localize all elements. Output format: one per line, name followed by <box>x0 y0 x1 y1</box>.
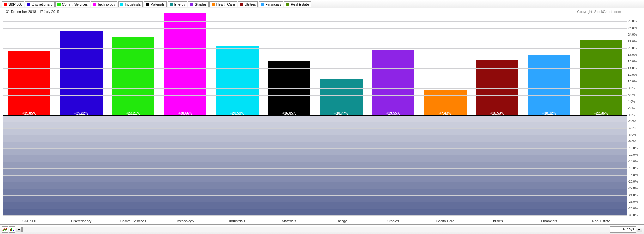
legend-item[interactable]: Comm. Services <box>55 1 90 7</box>
negative-band <box>3 195 627 202</box>
chart-type-line-icon[interactable] <box>2 226 8 233</box>
legend-item[interactable]: Real Estate <box>284 1 311 7</box>
bar[interactable] <box>216 46 259 115</box>
legend-item[interactable]: Health Care <box>209 1 237 7</box>
y-tick-label: -26.0% <box>628 200 642 203</box>
gridline <box>3 35 627 35</box>
chart-type-bar-icon[interactable] <box>9 226 15 233</box>
legend-item[interactable]: Technology <box>91 1 117 7</box>
legend-label: Materials <box>150 2 165 6</box>
svg-rect-0 <box>10 229 11 231</box>
legend-item[interactable]: Staples <box>188 1 208 7</box>
bar-value-label: +18.12% <box>523 111 575 115</box>
scroll-left-button[interactable]: ◄ <box>16 227 22 232</box>
y-tick-label: -8.0% <box>628 140 642 143</box>
gridline <box>3 215 627 216</box>
y-tick-label: -12.0% <box>628 153 642 156</box>
legend-label: Health Care <box>216 2 235 6</box>
y-tick-label: 22.0% <box>628 39 642 43</box>
negative-band <box>3 148 627 155</box>
category-axis: S&P 500DiscretionaryComm. ServicesTechno… <box>3 219 627 223</box>
gridline <box>3 82 627 82</box>
legend-item[interactable]: Utilities <box>238 1 258 7</box>
svg-rect-2 <box>13 230 14 231</box>
legend-item[interactable]: Financials <box>259 1 283 7</box>
legend-label: S&P 500 <box>8 2 22 6</box>
bar[interactable] <box>372 50 414 115</box>
legend-swatch-icon <box>146 3 149 6</box>
gridline <box>3 155 627 155</box>
gridline <box>3 202 627 202</box>
legend-swatch-icon <box>240 3 243 6</box>
gridline <box>3 28 627 29</box>
bar-value-label: +22.36% <box>575 111 627 115</box>
y-tick-label: 6.0% <box>628 93 642 97</box>
gridline <box>3 142 627 142</box>
bar-value-label: +19.05% <box>3 111 55 115</box>
gridline <box>3 122 627 122</box>
scroll-track[interactable] <box>22 227 609 232</box>
y-tick-label: -4.0% <box>628 126 642 130</box>
bar[interactable] <box>528 55 570 115</box>
legend-item[interactable]: Discretionary <box>25 1 54 7</box>
legend-swatch-icon <box>120 3 123 6</box>
y-tick-label: -14.0% <box>628 160 642 163</box>
gridline <box>3 189 627 189</box>
legend-swatch-icon <box>4 3 7 6</box>
y-tick-label: 24.0% <box>628 33 642 36</box>
plot: +19.05%+25.22%+23.21%+30.66%+20.59%+16.0… <box>3 10 643 224</box>
gridline <box>3 195 627 196</box>
y-tick-label: -28.0% <box>628 207 642 210</box>
legend-label: Discretionary <box>32 2 52 6</box>
bar[interactable] <box>320 79 363 115</box>
bar-value-label: +19.55% <box>367 111 419 115</box>
y-tick-label: 10.0% <box>628 80 642 83</box>
legend-swatch-icon <box>286 3 289 6</box>
bar-value-label: +16.53% <box>471 111 523 115</box>
legend-item[interactable]: S&P 500 <box>2 1 24 7</box>
bar[interactable] <box>8 51 50 115</box>
legend-item[interactable]: Materials <box>144 1 167 7</box>
bar[interactable] <box>60 31 103 115</box>
negative-band <box>3 135 627 142</box>
negative-band <box>3 128 627 135</box>
legend-swatch-icon <box>212 3 215 6</box>
negative-band <box>3 115 627 122</box>
y-tick-label: -30.0% <box>628 213 642 217</box>
category-label: S&P 500 <box>3 219 55 223</box>
y-tick-label: -10.0% <box>628 146 642 150</box>
y-axis-line <box>627 15 627 215</box>
legend-bar: S&P 500DiscretionaryComm. ServicesTechno… <box>0 0 644 8</box>
legend-item[interactable]: Industrials <box>118 1 143 7</box>
legend-label: Utilities <box>244 2 256 6</box>
copyright-label: Copyright, StockCharts.com <box>577 10 621 14</box>
bar-value-label: +25.22% <box>55 111 107 115</box>
y-tick-label: -6.0% <box>628 133 642 136</box>
y-tick-label: -2.0% <box>628 119 642 123</box>
scroll-right-button[interactable]: ► <box>637 227 642 232</box>
category-label: Materials <box>263 219 315 223</box>
gridline <box>3 175 627 176</box>
y-tick-label: 28.0% <box>628 19 642 23</box>
category-label: Financials <box>523 219 575 223</box>
bar[interactable] <box>580 40 622 115</box>
bar-value-label: +30.66% <box>159 111 211 115</box>
bar-value-label: +7.43% <box>419 111 471 115</box>
legend-swatch-icon <box>190 3 193 6</box>
legend-item[interactable]: Energy <box>168 1 188 7</box>
date-range-label: 31 December 2018 - 17 July 2019 <box>6 10 59 14</box>
days-input[interactable]: 137 days <box>610 226 636 233</box>
gridline <box>3 88 627 89</box>
y-tick-label: -16.0% <box>628 166 642 170</box>
negative-band <box>3 142 627 148</box>
bar[interactable] <box>112 37 154 115</box>
plot-inner: +19.05%+25.22%+23.21%+30.66%+20.59%+16.0… <box>3 15 627 215</box>
bar-value-label: +23.21% <box>107 111 159 115</box>
y-tick-label: 16.0% <box>628 60 642 63</box>
category-label: Energy <box>315 219 367 223</box>
y-tick-label: 20.0% <box>628 46 642 50</box>
negative-band <box>3 168 627 175</box>
y-tick-label: 2.0% <box>628 106 642 110</box>
y-tick-label: -20.0% <box>628 180 642 183</box>
gridline <box>3 42 627 42</box>
